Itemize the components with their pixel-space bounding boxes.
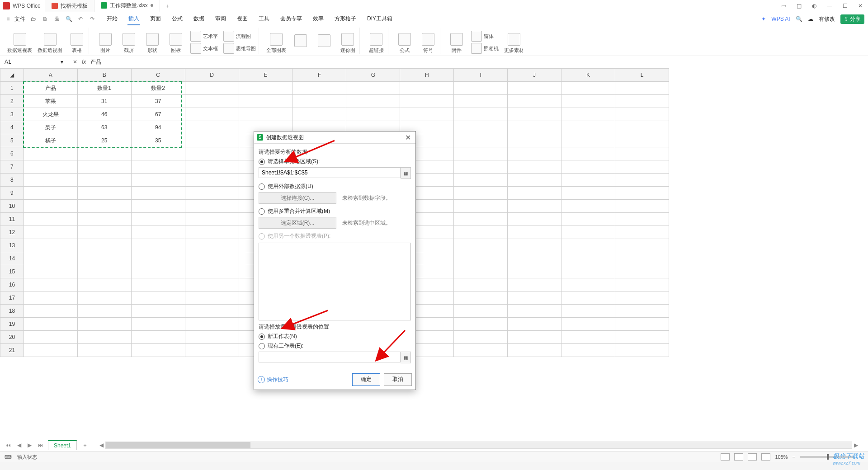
cell[interactable] — [508, 239, 561, 252]
cell[interactable] — [131, 278, 185, 291]
cell[interactable] — [77, 226, 131, 239]
wordart-button[interactable]: 艺术字 — [190, 31, 218, 42]
cell[interactable] — [508, 344, 561, 357]
cell[interactable] — [185, 213, 239, 226]
cell[interactable] — [24, 278, 77, 291]
cell[interactable] — [508, 187, 561, 200]
cell[interactable] — [77, 200, 131, 213]
attachment-button[interactable]: 附件 — [448, 33, 466, 54]
cell[interactable] — [454, 344, 508, 357]
cell[interactable] — [454, 134, 508, 147]
cell[interactable] — [561, 174, 615, 187]
col-header[interactable]: J — [508, 69, 561, 82]
cell[interactable] — [131, 160, 185, 174]
cell[interactable] — [131, 252, 185, 265]
cell[interactable] — [77, 331, 131, 344]
sheet-tab[interactable]: Sheet1 — [48, 440, 77, 450]
col-header[interactable]: L — [615, 69, 669, 82]
ribbon-tab-home[interactable]: 开始 — [106, 13, 118, 25]
cell[interactable] — [508, 200, 561, 213]
cell[interactable] — [561, 121, 615, 134]
row-header[interactable]: 12 — [0, 226, 24, 239]
icons-button[interactable]: 图标 — [167, 33, 185, 54]
cell[interactable]: 67 — [131, 108, 185, 121]
col-header[interactable]: B — [77, 69, 131, 82]
cell[interactable] — [508, 226, 561, 239]
cancel-formula-icon[interactable]: ✕ — [73, 59, 77, 65]
col-header[interactable]: A — [24, 69, 77, 82]
cell[interactable] — [508, 252, 561, 265]
cell[interactable] — [508, 213, 561, 226]
existing-sheet-range-input[interactable] — [259, 352, 401, 362]
cell[interactable] — [24, 147, 77, 160]
cell[interactable] — [24, 291, 77, 305]
cell[interactable] — [561, 147, 615, 160]
cell[interactable] — [508, 82, 561, 95]
cell[interactable] — [131, 344, 185, 357]
cell[interactable] — [561, 213, 615, 226]
cell[interactable] — [77, 239, 131, 252]
cell[interactable] — [454, 95, 508, 108]
ribbon-tab-diy[interactable]: DIY工具箱 — [366, 13, 393, 25]
cell[interactable] — [561, 134, 615, 147]
cell[interactable] — [615, 147, 669, 160]
cell[interactable] — [185, 344, 239, 357]
fx-icon[interactable]: fx — [82, 59, 86, 65]
print-icon[interactable]: 🖶 — [53, 16, 61, 22]
cell[interactable] — [185, 200, 239, 213]
redo-icon[interactable]: ↷ — [89, 16, 96, 22]
cell[interactable] — [508, 160, 561, 174]
row-header[interactable]: 20 — [0, 331, 24, 344]
ribbon-tab-review[interactable]: 审阅 — [214, 13, 227, 25]
cell[interactable] — [561, 95, 615, 108]
tab-template[interactable]: 找稻壳模板 — [45, 0, 94, 12]
cell[interactable] — [131, 213, 185, 226]
cell[interactable] — [185, 95, 239, 108]
cell[interactable] — [24, 252, 77, 265]
cell[interactable] — [239, 95, 292, 108]
col-header[interactable]: I — [454, 69, 508, 82]
row-header[interactable]: 17 — [0, 291, 24, 305]
cell[interactable] — [77, 278, 131, 291]
radio-external-source[interactable] — [259, 183, 265, 190]
cell[interactable] — [24, 331, 77, 344]
cell[interactable] — [508, 278, 561, 291]
window-minimize[interactable]: — — [822, 3, 837, 9]
col-header[interactable]: H — [400, 69, 454, 82]
undo-icon[interactable]: ↶ — [77, 16, 84, 22]
all-charts-button[interactable]: 全部图表 — [266, 33, 286, 54]
cell[interactable] — [615, 160, 669, 174]
col-header[interactable]: F — [292, 69, 346, 82]
select-region-button[interactable]: 选定区域(R)... — [259, 217, 336, 229]
cell[interactable]: 产品 — [24, 82, 77, 95]
cell[interactable] — [185, 265, 239, 278]
cell[interactable] — [561, 265, 615, 278]
symbol-button[interactable]: 符号 — [419, 33, 437, 54]
radio-select-range[interactable] — [259, 159, 265, 165]
row-header[interactable]: 21 — [0, 344, 24, 357]
cell[interactable] — [24, 187, 77, 200]
col-header[interactable]: D — [185, 69, 239, 82]
cell[interactable] — [508, 134, 561, 147]
cell[interactable] — [400, 108, 454, 121]
window-close[interactable]: ✕ — [853, 3, 868, 9]
cell[interactable] — [77, 213, 131, 226]
cell[interactable] — [131, 331, 185, 344]
cell[interactable] — [454, 108, 508, 121]
cell[interactable] — [131, 318, 185, 331]
view-read-button[interactable] — [761, 453, 770, 461]
sheet-nav-first[interactable]: ⏮ — [4, 442, 13, 448]
cell[interactable] — [131, 200, 185, 213]
equation-button[interactable]: 公式 — [396, 33, 414, 54]
sheet-nav-prev[interactable]: ◀ — [15, 442, 23, 448]
sheet-nav-next[interactable]: ▶ — [26, 442, 33, 448]
cell[interactable] — [508, 147, 561, 160]
cell[interactable] — [131, 305, 185, 318]
cell[interactable] — [131, 187, 185, 200]
cell[interactable] — [508, 108, 561, 121]
cell[interactable] — [185, 108, 239, 121]
cell[interactable]: 63 — [77, 121, 131, 134]
select-connection-button[interactable]: 选择连接(C)... — [259, 192, 336, 204]
cell[interactable]: 数量2 — [131, 82, 185, 95]
cell[interactable] — [508, 291, 561, 305]
